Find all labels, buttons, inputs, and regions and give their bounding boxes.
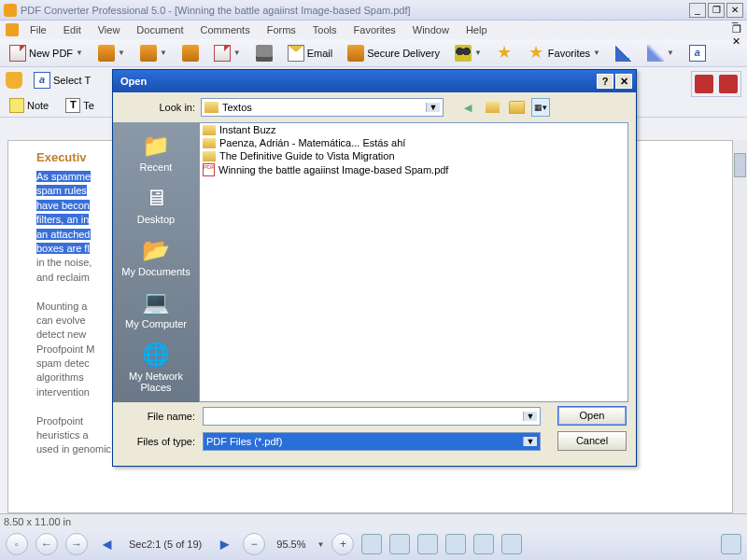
star1-button[interactable]: ★: [493, 43, 517, 63]
list-item[interactable]: PDFWinning the battle agaiinst Image-bas…: [200, 162, 627, 177]
list-item[interactable]: Instant Buzz: [200, 123, 627, 136]
network-icon: 🌐: [140, 341, 172, 369]
fullscreen-button[interactable]: [721, 534, 741, 554]
chevron-down-icon[interactable]: ▼: [426, 103, 440, 112]
folder-icon: [204, 102, 218, 113]
zoom-out-button[interactable]: −: [243, 533, 265, 555]
cancel-button[interactable]: Cancel: [557, 431, 627, 451]
highlighter-button[interactable]: [612, 43, 636, 63]
secure-label: Secure Delivery: [367, 48, 440, 59]
doc-close-button[interactable]: ✕: [732, 35, 741, 48]
view-fitwidth-button[interactable]: [389, 534, 410, 554]
place-desktop[interactable]: 🖥Desktop: [113, 180, 199, 229]
file-list[interactable]: Instant Buzz Paenza, Adrián - Matemática…: [199, 122, 628, 402]
select-text-button[interactable]: aSelect T: [30, 70, 94, 91]
zoom-in-button[interactable]: +: [331, 533, 354, 555]
menu-favorites[interactable]: Favorites: [346, 22, 403, 37]
flag-toolbar: [691, 71, 741, 97]
menu-document[interactable]: Document: [129, 22, 190, 37]
note-button[interactable]: Note: [6, 96, 52, 115]
menu-comments[interactable]: Comments: [193, 22, 258, 37]
folder-icon: 📁: [140, 132, 172, 160]
favorites-label: Favorites: [548, 48, 590, 59]
box2-button[interactable]: ▼: [136, 43, 171, 63]
restore-button[interactable]: ❐: [708, 3, 725, 18]
filetype-combo[interactable]: PDF Files (*.pdf)▼: [203, 432, 541, 451]
vertical-scrollbar[interactable]: [732, 140, 747, 513]
up-icon[interactable]: [483, 98, 501, 117]
doc-minimize-button[interactable]: _: [732, 12, 741, 23]
app-icon: [4, 4, 17, 17]
secure-delivery-button[interactable]: Secure Delivery: [344, 43, 444, 63]
lookin-label: Look in:: [122, 102, 195, 113]
box3-button[interactable]: [178, 43, 203, 63]
dialog-titlebar[interactable]: Open ? ✕: [113, 70, 636, 92]
first-page-button[interactable]: ◀: [95, 533, 118, 555]
back-icon[interactable]: ◀: [458, 98, 477, 117]
text-label: Te: [83, 100, 94, 111]
flag-red2-icon[interactable]: [719, 75, 738, 93]
pdf2-button[interactable]: ▼: [210, 43, 245, 63]
doc-restore-button[interactable]: ❐: [732, 23, 741, 35]
menu-window[interactable]: Window: [405, 22, 457, 37]
binoculars-icon: [455, 45, 472, 62]
nav-circle1[interactable]: ◦: [6, 533, 28, 555]
view-1to1-button[interactable]: [361, 534, 382, 554]
lookin-combo[interactable]: Textos ▼: [201, 98, 444, 117]
text-button[interactable]: TTe: [62, 96, 98, 115]
new-pdf-button[interactable]: New PDF▼: [6, 43, 87, 63]
typewriter-button[interactable]: a: [685, 43, 710, 63]
menu-view[interactable]: View: [91, 22, 128, 37]
zoom-dropdown[interactable]: ▼: [317, 540, 324, 549]
place-mycomputer[interactable]: 💻My Computer: [113, 285, 199, 333]
pen-button[interactable]: ▼: [643, 43, 678, 63]
dialog-close-button[interactable]: ✕: [615, 74, 632, 89]
list-item[interactable]: Paenza, Adrián - Matemática... Estás ahí: [200, 136, 627, 149]
menu-edit[interactable]: Edit: [56, 22, 89, 37]
main-toolbar: New PDF▼ ▼ ▼ ▼ Email Secure Delivery ▼ ★…: [0, 39, 747, 67]
chevron-down-icon[interactable]: ▼: [523, 412, 537, 421]
menu-file[interactable]: File: [22, 22, 54, 37]
scroll-thumb[interactable]: [734, 153, 746, 177]
dialog-help-button[interactable]: ?: [597, 74, 613, 89]
star-icon: ★: [497, 45, 514, 62]
folder-icon: [203, 151, 216, 161]
app-menu-icon[interactable]: [6, 23, 19, 36]
new-pdf-label: New PDF: [29, 48, 73, 59]
open-box-button[interactable]: ▼: [94, 43, 129, 63]
star-icon: ★: [529, 45, 545, 62]
menu-tools[interactable]: Tools: [305, 22, 345, 37]
view-facing-button[interactable]: [501, 534, 522, 554]
menu-forms[interactable]: Forms: [260, 22, 303, 37]
page-size-label: 8.50 x 11.00 in: [4, 516, 71, 527]
views-icon[interactable]: ▦▾: [531, 98, 550, 117]
flag-red-icon[interactable]: [695, 75, 713, 93]
nav-fwd-button[interactable]: →: [65, 533, 88, 555]
email-button[interactable]: Email: [284, 43, 337, 63]
place-network[interactable]: 🌐My Network Places: [113, 337, 199, 397]
next-page-button[interactable]: ▶: [213, 533, 235, 555]
pen-icon: [647, 45, 664, 62]
open-button[interactable]: Open: [557, 406, 627, 426]
filename-input[interactable]: ▼: [203, 407, 541, 426]
nav-back-button[interactable]: ←: [35, 533, 58, 555]
list-item[interactable]: The Definitive Guide to Vista Migration: [200, 149, 627, 162]
chevron-down-icon[interactable]: ▼: [523, 437, 537, 446]
menu-bar: File Edit View Document Comments Forms T…: [0, 21, 747, 39]
place-recent[interactable]: 📁Recent: [113, 128, 199, 176]
search-button[interactable]: ▼: [451, 43, 486, 63]
computer-icon: 💻: [140, 288, 172, 316]
place-mydocs[interactable]: 📂My Documents: [113, 232, 199, 281]
view-continuous-button[interactable]: [445, 534, 466, 554]
view-single-button[interactable]: [473, 534, 494, 554]
menu-help[interactable]: Help: [458, 22, 495, 37]
newfolder-icon[interactable]: [507, 98, 526, 117]
hand-tool-icon[interactable]: [6, 72, 22, 89]
minimize-button[interactable]: _: [689, 3, 706, 18]
pdf-icon: [214, 45, 231, 62]
favorites-button[interactable]: ★Favorites▼: [525, 43, 604, 63]
view-fitpage-button[interactable]: [417, 534, 438, 554]
open-dialog: Open ? ✕ Look in: Textos ▼ ◀ ▦▾ 📁Recent …: [112, 69, 637, 467]
dialog-bottom: File name: ▼ Open Files of type: PDF Fil…: [113, 402, 636, 460]
print-button[interactable]: [252, 43, 276, 63]
